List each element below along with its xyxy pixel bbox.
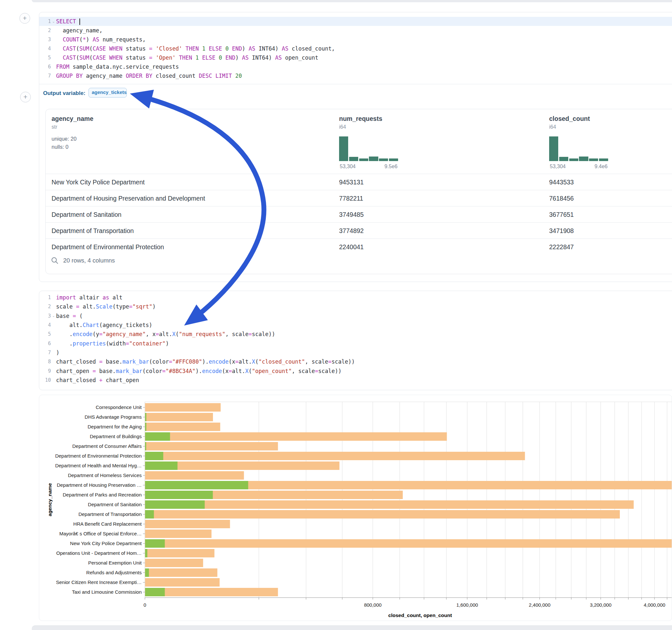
code-line[interactable]: 3 COUNT(*) AS num_requests,: [39, 35, 672, 44]
column-header[interactable]: closed_count: [549, 115, 590, 122]
code-text: scale = alt.Scale(type="sqrt"): [56, 303, 155, 310]
code-text: chart_closed + chart_open: [56, 377, 139, 383]
closed_count-bar: [145, 539, 672, 548]
line-number: 2: [39, 304, 51, 310]
y-axis-label: Personal Exemption Unit: [88, 560, 142, 565]
line-number: 5: [39, 55, 51, 60]
histogram-bar: [379, 159, 388, 161]
open_count-bar: [145, 461, 178, 470]
histogram-bar: [579, 156, 588, 161]
column-dtype: i64: [549, 124, 556, 130]
histogram-bar: [559, 157, 568, 161]
table-cell: 2240041: [339, 239, 364, 255]
table-cell: 9443533: [549, 174, 574, 190]
table-cell: 2222847: [549, 239, 574, 255]
code-line[interactable]: 4 alt.Chart(agency_tickets): [39, 320, 672, 330]
open_count-bar: [145, 481, 248, 489]
add-cell-button-top[interactable]: +: [20, 13, 30, 24]
x-axis-title: closed_count, open_count: [388, 612, 452, 618]
row-column-count: 20 rows, 4 columns: [63, 257, 115, 264]
closed_count-bar: [145, 510, 620, 518]
table-row[interactable]: Department of Sanitation37494853677651: [46, 206, 672, 222]
table-row[interactable]: Department of Environmental Protection22…: [46, 239, 672, 255]
python-code-editor[interactable]: 1import altair as alt2scale = alt.Scale(…: [39, 293, 672, 385]
code-text: base = (: [56, 313, 83, 319]
open_count-bar: [145, 539, 165, 548]
line-number: 7: [39, 350, 51, 356]
column-stat: unique: 20: [51, 136, 76, 142]
open_count-bar: [145, 452, 163, 460]
notebook-page: { "sql_cell": { "lines": [ {"n":"1","fol…: [0, 0, 672, 630]
histogram-max-label: 9.4e6: [595, 164, 607, 169]
line-number: 4: [39, 46, 51, 51]
code-line[interactable]: 2 agency_name,: [39, 26, 672, 35]
closed_count-bar: [145, 471, 244, 480]
open_count-bar: [145, 510, 154, 518]
search-icon[interactable]: [51, 257, 59, 264]
histogram-min-label: 53,304: [340, 164, 356, 169]
code-line[interactable]: 3⌄base = (: [39, 311, 672, 320]
table-row[interactable]: Department of Housing Preservation and D…: [46, 190, 672, 206]
table-cell: Department of Housing Preservation and D…: [51, 190, 205, 207]
code-text: CAST(SUM(CASE WHEN status = 'Open' THEN …: [56, 54, 318, 61]
x-tick-label: 800,000: [364, 602, 382, 608]
code-line[interactable]: 4 CAST(SUM(CASE WHEN status = 'Closed' T…: [39, 44, 672, 53]
table-cell: 3749485: [339, 207, 364, 223]
table-cell: 3471908: [549, 223, 574, 239]
closed_count-bar: [145, 530, 212, 538]
line-number: 2: [39, 28, 51, 33]
sql-code-editor[interactable]: 1⌄SELECT 2 agency_name,3 COUNT(*) AS num…: [39, 17, 672, 80]
code-line[interactable]: 10chart_closed + chart_open: [39, 375, 672, 385]
add-cell-button-output[interactable]: +: [20, 92, 31, 102]
histogram-bar: [389, 159, 398, 161]
code-line[interactable]: 7): [39, 348, 672, 357]
y-axis-label: Department of Buildings: [90, 434, 142, 439]
previous-cell-edge: [32, 0, 672, 2]
y-axis-label: Department of Environmental Protection: [55, 453, 142, 459]
y-axis-label: Correspondence Unit: [96, 405, 142, 410]
code-text: alt.Chart(agency_tickets): [56, 322, 152, 328]
y-axis-label: Department of Transportation: [78, 511, 142, 517]
code-line[interactable]: 7GROUP BY agency_name ORDER BY closed_co…: [39, 71, 672, 80]
code-line[interactable]: 2scale = alt.Scale(type="sqrt"): [39, 302, 672, 311]
fold-chevron-icon[interactable]: ⌄: [51, 20, 56, 24]
line-number: 3: [39, 313, 51, 319]
code-line[interactable]: 1import altair as alt: [39, 293, 672, 302]
y-axis-title: agency_name: [47, 483, 52, 516]
table-row[interactable]: Department of Transportation377489234719…: [46, 222, 672, 239]
code-line[interactable]: 9chart_open = base.mark_bar(color="#8BC3…: [39, 366, 672, 375]
histogram-bar: [549, 137, 558, 161]
y-axis-label: Taxi and Limousine Commission: [72, 589, 142, 595]
open_count-bar: [145, 500, 205, 509]
histogram-bar: [369, 156, 378, 161]
y-axis-label: Department of Sanitation: [88, 502, 142, 507]
column-dtype: i64: [339, 124, 346, 130]
code-line[interactable]: 5 CAST(SUM(CASE WHEN status = 'Open' THE…: [39, 53, 672, 62]
code-line[interactable]: 6FROM sample_data.nyc.service_requests: [39, 62, 672, 71]
column-header[interactable]: agency_name: [51, 115, 93, 122]
closed_count-bar: [145, 559, 203, 567]
code-text: chart_open = base.mark_bar(color="#8BC34…: [56, 368, 341, 374]
code-line[interactable]: 5 .encode(y="agency_name", x=alt.X("num_…: [39, 330, 672, 339]
table-cell: Department of Sanitation: [51, 207, 122, 223]
fold-chevron-icon[interactable]: ⌄: [51, 314, 56, 318]
code-line[interactable]: 6 .properties(width="container"): [39, 339, 672, 348]
closed_count-bar: [145, 442, 278, 451]
column-header[interactable]: num_requests: [339, 115, 382, 122]
table-cell: 7782211: [339, 190, 363, 207]
code-text: FROM sample_data.nyc.service_requests: [56, 64, 179, 70]
table-cell: New York City Police Department: [51, 174, 145, 190]
line-number: 8: [39, 359, 51, 365]
code-line[interactable]: 8chart_closed = base.mark_bar(color="#FF…: [39, 357, 672, 366]
output-variable-chip[interactable]: agency_tickets: [89, 88, 127, 98]
closed_count-bar: [145, 588, 278, 596]
column-histogram: [339, 136, 398, 161]
histogram-bar: [349, 157, 358, 161]
histogram-bar: [589, 159, 598, 161]
closed_count-bar: [145, 568, 217, 577]
y-axis-label: Senior Citizen Rent Increase Exempti…: [56, 579, 142, 585]
open_count-bar: [145, 491, 213, 499]
code-line[interactable]: 1⌄SELECT: [39, 17, 672, 26]
table-row[interactable]: New York City Police Department945313194…: [46, 174, 672, 190]
closed_count-bar: [145, 403, 221, 412]
